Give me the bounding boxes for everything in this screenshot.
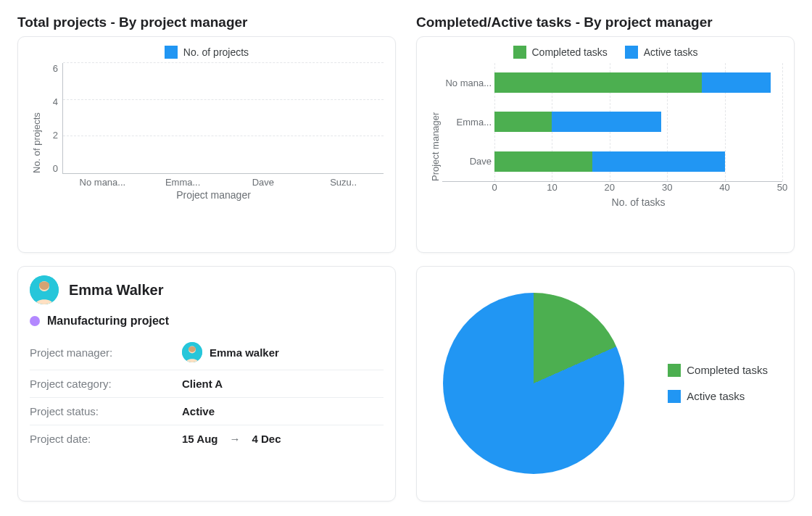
detail-value: 15 Aug → 4 Dec: [182, 433, 281, 445]
legend-label: Active tasks: [644, 46, 698, 58]
legend-swatch: [625, 46, 638, 59]
detail-value: Active: [182, 405, 215, 417]
panel-title: Total projects - By project manager: [17, 14, 396, 30]
legend-label: Completed tasks: [532, 46, 608, 58]
bar-plot-area: No mana...Emma...Dave: [442, 63, 782, 182]
legend-swatch: [513, 46, 526, 59]
panel-total-projects: Total projects - By project manager No. …: [17, 14, 396, 253]
vertical-bar-chart: No. of projects 6420 No mana...Emma...Da…: [30, 63, 384, 201]
project-title-row: Manufacturing project: [30, 315, 384, 328]
bar-plot-area: [62, 63, 384, 174]
status-dot-icon: [30, 316, 40, 326]
profile-header: Emma Walker: [30, 275, 384, 304]
pie-legend: Completed tasks Active tasks: [668, 364, 768, 403]
project-title: Manufacturing project: [47, 315, 169, 328]
legend-label: Active tasks: [687, 390, 745, 402]
y-axis-label: Project manager: [428, 63, 442, 208]
date-from: 15 Aug: [182, 433, 218, 445]
legend-item: Completed tasks: [513, 46, 608, 59]
legend-item: No. of projects: [165, 46, 249, 59]
bar-row: Dave: [494, 151, 782, 172]
chart-legend: Completed tasks Active tasks: [428, 46, 782, 59]
detail-label: Project category:: [30, 378, 182, 390]
y-axis-ticks: 6420: [44, 63, 62, 174]
avatar: [30, 275, 59, 304]
legend-label: No. of projects: [183, 46, 249, 58]
detail-label: Project status:: [30, 405, 182, 417]
pie-chart: Completed tasks Active tasks: [428, 275, 782, 491]
detail-value: Client A: [182, 378, 223, 390]
legend-swatch: [165, 46, 178, 59]
legend-item: Completed tasks: [668, 364, 768, 377]
profile-name: Emma Walker: [69, 282, 163, 299]
detail-row-pm: Project manager: Emma walker: [30, 335, 384, 370]
arrow-right-icon: →: [229, 433, 240, 445]
chart-legend: No. of projects: [30, 46, 384, 59]
detail-label: Project date:: [30, 433, 182, 445]
panel-title: Completed/Active tasks - By project mana…: [416, 14, 795, 30]
x-axis-label: Project manager: [44, 189, 384, 201]
panel-project-details: Emma Walker Manufacturing project Projec…: [17, 266, 396, 502]
legend-swatch: [668, 364, 681, 377]
horizontal-bar-chart: Project manager No mana...Emma...Dave 01…: [428, 63, 782, 208]
detail-row-category: Project category: Client A: [30, 370, 384, 398]
chart-card-total-projects: No. of projects No. of projects 6420 No …: [17, 36, 396, 253]
chart-card-completed-active: Completed tasks Active tasks Project man…: [416, 36, 795, 253]
bar-row: Emma...: [494, 112, 782, 132]
x-axis-ticks: No mana...Emma...DaveSuzu..: [62, 174, 384, 188]
detail-value: Emma walker: [182, 342, 279, 362]
pm-name: Emma walker: [210, 346, 279, 359]
chart-card-pie: Completed tasks Active tasks: [416, 266, 795, 502]
legend-item: Active tasks: [625, 46, 698, 59]
bar-row: No mana...: [494, 72, 782, 93]
detail-row-date: Project date: 15 Aug → 4 Dec: [30, 425, 384, 452]
legend-item: Active tasks: [668, 390, 768, 403]
x-axis-label: No. of tasks: [494, 196, 782, 208]
detail-row-status: Project status: Active: [30, 398, 384, 425]
project-details-card: Emma Walker Manufacturing project Projec…: [17, 266, 396, 502]
detail-label: Project manager:: [30, 346, 182, 359]
legend-label: Completed tasks: [687, 364, 768, 376]
panel-tasks-pie: Completed tasks Active tasks: [416, 266, 795, 502]
legend-swatch: [668, 390, 681, 403]
avatar: [182, 342, 202, 362]
panel-completed-active: Completed/Active tasks - By project mana…: [416, 14, 795, 253]
date-to: 4 Dec: [252, 433, 281, 445]
x-axis-ticks: 01020304050: [494, 182, 782, 195]
pie-plot: [443, 293, 624, 474]
y-axis-label: No. of projects: [30, 63, 44, 201]
